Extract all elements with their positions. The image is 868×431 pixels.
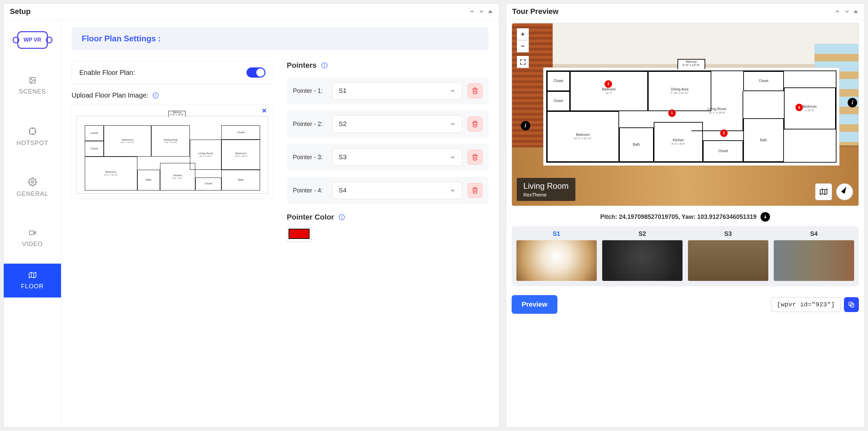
preview-button[interactable]: Preview bbox=[512, 295, 558, 314]
preview-header: Tour Preview bbox=[506, 4, 864, 20]
mini-balcony: Balcony 5'-8" x 12'-8" bbox=[169, 111, 185, 117]
nav-hotspot[interactable]: HOTSPOT bbox=[4, 111, 61, 162]
upload-label-row: Upload Floor Plan Image: i bbox=[72, 91, 273, 99]
nav-floor[interactable]: FLOOR bbox=[4, 264, 61, 297]
fp-balcony: Balcony 5'-8" x 12'-8" bbox=[677, 59, 705, 69]
copy-shortcode-button[interactable] bbox=[844, 297, 859, 312]
download-icon bbox=[763, 214, 768, 219]
setup-header: Setup bbox=[4, 4, 499, 20]
chevron-up-icon[interactable] bbox=[834, 8, 841, 15]
shortcode-text: [wpvr id="923"] bbox=[771, 297, 841, 312]
nav-video[interactable]: VIDEO bbox=[4, 213, 61, 264]
trash-icon bbox=[472, 121, 478, 127]
info-icon[interactable]: i bbox=[339, 214, 345, 220]
enable-label: Enable Floor Plan: bbox=[79, 69, 135, 77]
copy-icon bbox=[848, 301, 855, 308]
floorplan-pointer-1[interactable]: 3 bbox=[605, 80, 612, 88]
info-icon[interactable]: i bbox=[153, 93, 159, 99]
scene-thumb-s4[interactable]: S4 bbox=[774, 230, 854, 281]
scene-name: Living Room bbox=[524, 181, 569, 191]
pointer-color-swatch[interactable] bbox=[289, 229, 310, 239]
pitch-yaw-row: Pitch: 24.197098527019705, Yaw: 103.9127… bbox=[512, 212, 859, 222]
shortcode-row: [wpvr id="923"] bbox=[771, 297, 859, 312]
remove-floorplan-button[interactable]: ✕ bbox=[262, 107, 267, 115]
pointer-label-2: Pointer - 2: bbox=[293, 121, 327, 128]
setup-header-controls bbox=[469, 8, 493, 15]
delete-pointer-3[interactable] bbox=[468, 150, 482, 165]
floorplan-pointer-3[interactable]: 2 bbox=[720, 129, 728, 137]
panorama-viewer[interactable]: + − i i Balcony 5'-8" x 12'-8" Closet C bbox=[512, 23, 859, 206]
svg-point-1 bbox=[31, 79, 32, 80]
image-icon bbox=[28, 77, 37, 84]
trash-icon bbox=[472, 154, 478, 161]
preview-panel: Tour Preview + − bbox=[506, 3, 865, 428]
delete-pointer-4[interactable] bbox=[468, 183, 482, 198]
upload-label: Upload Floor Plan Image: bbox=[72, 91, 149, 99]
gear-icon bbox=[28, 178, 37, 186]
compass-button[interactable] bbox=[836, 183, 853, 200]
pointer-select-2[interactable]: S2 bbox=[332, 115, 462, 133]
scene-thumbnails: S1 S2 S3 S4 bbox=[512, 226, 859, 286]
scene-caption: Living Room RexTheme bbox=[517, 178, 575, 201]
map-icon bbox=[819, 188, 828, 196]
enable-floor-plan-toggle[interactable] bbox=[246, 67, 265, 78]
pointer-color-picker-wrap bbox=[287, 227, 311, 242]
wpvr-logo: WP VR bbox=[17, 31, 48, 49]
floorplan-pointer-2[interactable]: 1 bbox=[668, 109, 676, 117]
scene-thumb-s2[interactable]: S2 bbox=[602, 230, 683, 281]
hotspot-info-right[interactable]: i bbox=[848, 98, 857, 107]
svg-marker-10 bbox=[29, 272, 36, 278]
pointer-row-2: Pointer - 2: S2 bbox=[287, 110, 489, 138]
delete-pointer-1[interactable] bbox=[468, 83, 482, 98]
preview-title: Tour Preview bbox=[512, 7, 559, 16]
pointer-row-1: Pointer - 1: S1 bbox=[287, 77, 489, 104]
pointer-row-3: Pointer - 3: S3 bbox=[287, 144, 489, 171]
preview-header-controls bbox=[834, 8, 858, 15]
sidebar-nav: WP VR SCENES HOTSPOT GENERAL VIDEO bbox=[4, 20, 61, 427]
fullscreen-button[interactable] bbox=[517, 56, 529, 68]
enable-floor-plan-row: Enable Floor Plan: bbox=[72, 61, 273, 84]
pointer-select-4[interactable]: S4 bbox=[332, 182, 462, 199]
pointer-label-1: Pointer - 1: bbox=[293, 87, 327, 95]
pointer-select-1[interactable]: S1 bbox=[332, 82, 462, 100]
zoom-in-button[interactable]: + bbox=[517, 28, 529, 40]
pointer-label-3: Pointer - 3: bbox=[293, 154, 327, 161]
zoom-out-button[interactable]: − bbox=[517, 40, 529, 53]
crosshair-icon bbox=[28, 127, 37, 136]
pitch-yaw-value: Pitch: 24.197098527019705, Yaw: 103.9127… bbox=[600, 213, 756, 221]
section-title: Floor Plan Settings : bbox=[82, 34, 478, 43]
chevron-down-icon[interactable] bbox=[844, 8, 850, 15]
nav-scenes[interactable]: SCENES bbox=[4, 60, 61, 111]
video-icon bbox=[28, 229, 37, 237]
panorama-zoom-controls: + − bbox=[517, 28, 529, 68]
collapse-icon[interactable] bbox=[853, 10, 858, 13]
info-icon[interactable]: i bbox=[321, 62, 328, 68]
pointer-color-label: Pointer Color bbox=[287, 213, 334, 222]
setup-panel: Setup WP VR SCENES HOTSPOT bbox=[3, 3, 499, 428]
trash-icon bbox=[472, 87, 478, 94]
pointer-row-4: Pointer - 4: S4 bbox=[287, 177, 489, 204]
scene-author: RexTheme bbox=[524, 192, 569, 198]
setup-title: Setup bbox=[10, 7, 31, 16]
nav-general[interactable]: GENERAL bbox=[4, 162, 61, 213]
download-coords-button[interactable] bbox=[761, 212, 770, 222]
chevron-down-icon[interactable] bbox=[478, 8, 485, 15]
toggle-floorplan-button[interactable] bbox=[815, 183, 832, 200]
pointer-label-4: Pointer - 4: bbox=[293, 187, 327, 194]
fullscreen-icon bbox=[520, 59, 526, 65]
pointer-color-row: Pointer Color i bbox=[287, 213, 489, 222]
chevron-down-icon bbox=[450, 121, 456, 127]
setup-content: Floor Plan Settings : Enable Floor Plan:… bbox=[61, 20, 499, 427]
scene-thumb-s1[interactable]: S1 bbox=[516, 230, 597, 281]
floorplan-upload-box: ✕ Balcony 5'-8" x 12'-8" Closet Closet B… bbox=[72, 104, 273, 199]
pointer-select-3[interactable]: S3 bbox=[332, 148, 462, 166]
delete-pointer-2[interactable] bbox=[468, 117, 482, 131]
svg-rect-8 bbox=[29, 231, 34, 234]
floorplan-pointer-4[interactable]: 4 bbox=[795, 104, 803, 111]
scene-thumb-s3[interactable]: S3 bbox=[688, 230, 768, 281]
hotspot-info-left[interactable]: i bbox=[521, 121, 530, 130]
floorplan-overlay[interactable]: Balcony 5'-8" x 12'-8" Closet Closet Bed… bbox=[543, 67, 840, 166]
collapse-icon[interactable] bbox=[488, 10, 493, 13]
chevron-up-icon[interactable] bbox=[469, 8, 475, 15]
floorplan-image-preview[interactable]: Balcony 5'-8" x 12'-8" Closet Closet Bed… bbox=[77, 116, 268, 194]
